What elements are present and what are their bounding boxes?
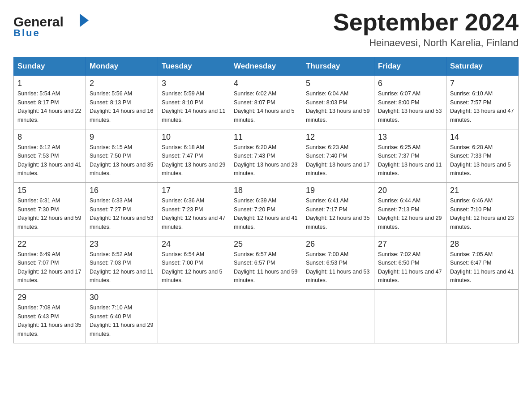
day-number: 29 — [17, 293, 82, 302]
calendar-cell: 19 Sunrise: 6:41 AMSunset: 7:17 PMDaylig… — [302, 183, 374, 236]
day-info: Sunrise: 6:25 AMSunset: 7:37 PMDaylight:… — [378, 143, 442, 178]
day-number: 13 — [378, 133, 442, 142]
calendar-cell: 30 Sunrise: 7:10 AMSunset: 6:40 PMDaylig… — [86, 290, 158, 343]
calendar-cell: 14 Sunrise: 6:28 AMSunset: 7:33 PMDaylig… — [446, 129, 519, 183]
day-number: 3 — [162, 79, 226, 88]
title-area: September 2024 Heinaevesi, North Karelia… — [333, 9, 519, 49]
calendar-cell: 24 Sunrise: 6:54 AMSunset: 7:00 PMDaylig… — [158, 236, 230, 290]
day-info: Sunrise: 6:12 AMSunset: 7:53 PMDaylight:… — [17, 143, 82, 178]
day-number: 30 — [90, 293, 154, 302]
day-info: Sunrise: 6:46 AMSunset: 7:10 PMDaylight:… — [450, 197, 515, 231]
day-info: Sunrise: 6:52 AMSunset: 7:03 PMDaylight:… — [90, 250, 154, 285]
calendar-cell — [374, 290, 446, 343]
day-info: Sunrise: 7:08 AMSunset: 6:43 PMDaylight:… — [17, 304, 82, 338]
calendar-cell: 25 Sunrise: 6:57 AMSunset: 6:57 PMDaylig… — [230, 236, 302, 290]
calendar-cell: 21 Sunrise: 6:46 AMSunset: 7:10 PMDaylig… — [446, 183, 519, 236]
day-number: 9 — [90, 133, 154, 142]
day-info: Sunrise: 6:31 AMSunset: 7:30 PMDaylight:… — [17, 197, 82, 231]
day-info: Sunrise: 6:57 AMSunset: 6:57 PMDaylight:… — [234, 250, 298, 285]
calendar-cell — [446, 290, 519, 343]
day-info: Sunrise: 5:54 AMSunset: 8:17 PMDaylight:… — [17, 90, 82, 124]
week-row-4: 22 Sunrise: 6:49 AMSunset: 7:07 PMDaylig… — [14, 236, 519, 290]
svg-text:Blue: Blue — [13, 27, 40, 39]
day-number: 20 — [378, 186, 442, 195]
col-header-tuesday: Tuesday — [158, 57, 230, 76]
calendar-cell: 10 Sunrise: 6:18 AMSunset: 7:47 PMDaylig… — [158, 129, 230, 183]
day-number: 11 — [234, 133, 298, 142]
calendar-cell: 16 Sunrise: 6:33 AMSunset: 7:27 PMDaylig… — [86, 183, 158, 236]
day-number: 24 — [162, 240, 226, 249]
col-header-friday: Friday — [374, 57, 446, 76]
day-info: Sunrise: 5:59 AMSunset: 8:10 PMDaylight:… — [162, 90, 226, 124]
calendar-cell: 12 Sunrise: 6:23 AMSunset: 7:40 PMDaylig… — [302, 129, 374, 183]
calendar-cell: 15 Sunrise: 6:31 AMSunset: 7:30 PMDaylig… — [14, 183, 86, 236]
week-row-5: 29 Sunrise: 7:08 AMSunset: 6:43 PMDaylig… — [14, 290, 519, 343]
day-number: 28 — [450, 240, 515, 249]
calendar-cell — [230, 290, 302, 343]
day-info: Sunrise: 7:02 AMSunset: 6:50 PMDaylight:… — [378, 250, 442, 285]
calendar-table: SundayMondayTuesdayWednesdayThursdayFrid… — [13, 57, 519, 343]
svg-marker-1 — [80, 14, 89, 27]
day-info: Sunrise: 6:28 AMSunset: 7:33 PMDaylight:… — [450, 143, 515, 178]
day-number: 4 — [234, 79, 298, 88]
day-info: Sunrise: 6:04 AMSunset: 8:03 PMDaylight:… — [306, 90, 370, 124]
day-info: Sunrise: 6:33 AMSunset: 7:27 PMDaylight:… — [90, 197, 154, 231]
day-number: 18 — [234, 186, 298, 195]
day-info: Sunrise: 6:20 AMSunset: 7:43 PMDaylight:… — [234, 143, 298, 178]
logo: General Blue — [13, 9, 94, 40]
day-info: Sunrise: 6:41 AMSunset: 7:17 PMDaylight:… — [306, 197, 370, 231]
day-info: Sunrise: 6:07 AMSunset: 8:00 PMDaylight:… — [378, 90, 442, 124]
day-info: Sunrise: 5:56 AMSunset: 8:13 PMDaylight:… — [90, 90, 154, 124]
month-title: September 2024 — [333, 9, 519, 35]
day-info: Sunrise: 6:49 AMSunset: 7:07 PMDaylight:… — [17, 250, 82, 285]
calendar-cell: 3 Sunrise: 5:59 AMSunset: 8:10 PMDayligh… — [158, 76, 230, 129]
calendar-cell: 18 Sunrise: 6:39 AMSunset: 7:20 PMDaylig… — [230, 183, 302, 236]
day-number: 19 — [306, 186, 370, 195]
calendar-cell: 11 Sunrise: 6:20 AMSunset: 7:43 PMDaylig… — [230, 129, 302, 183]
calendar-cell: 27 Sunrise: 7:02 AMSunset: 6:50 PMDaylig… — [374, 236, 446, 290]
day-number: 25 — [234, 240, 298, 249]
day-number: 5 — [306, 79, 370, 88]
day-info: Sunrise: 6:54 AMSunset: 7:00 PMDaylight:… — [162, 250, 226, 285]
calendar-cell: 23 Sunrise: 6:52 AMSunset: 7:03 PMDaylig… — [86, 236, 158, 290]
day-info: Sunrise: 6:39 AMSunset: 7:20 PMDaylight:… — [234, 197, 298, 231]
col-header-thursday: Thursday — [302, 57, 374, 76]
calendar-cell: 13 Sunrise: 6:25 AMSunset: 7:37 PMDaylig… — [374, 129, 446, 183]
calendar-cell: 26 Sunrise: 7:00 AMSunset: 6:53 PMDaylig… — [302, 236, 374, 290]
logo-svg: General Blue — [13, 9, 94, 40]
col-header-sunday: Sunday — [14, 57, 86, 76]
day-number: 12 — [306, 133, 370, 142]
week-row-3: 15 Sunrise: 6:31 AMSunset: 7:30 PMDaylig… — [14, 183, 519, 236]
calendar-cell: 8 Sunrise: 6:12 AMSunset: 7:53 PMDayligh… — [14, 129, 86, 183]
day-number: 17 — [162, 186, 226, 195]
calendar-cell: 6 Sunrise: 6:07 AMSunset: 8:00 PMDayligh… — [374, 76, 446, 129]
day-number: 8 — [17, 133, 82, 142]
calendar-cell — [158, 290, 230, 343]
calendar-cell: 20 Sunrise: 6:44 AMSunset: 7:13 PMDaylig… — [374, 183, 446, 236]
day-number: 27 — [378, 240, 442, 249]
col-header-monday: Monday — [86, 57, 158, 76]
day-number: 23 — [90, 240, 154, 249]
day-info: Sunrise: 6:10 AMSunset: 7:57 PMDaylight:… — [450, 90, 515, 124]
calendar-cell: 22 Sunrise: 6:49 AMSunset: 7:07 PMDaylig… — [14, 236, 86, 290]
day-number: 7 — [450, 79, 515, 88]
day-number: 21 — [450, 186, 515, 195]
col-header-saturday: Saturday — [446, 57, 519, 76]
day-info: Sunrise: 6:18 AMSunset: 7:47 PMDaylight:… — [162, 143, 226, 178]
calendar-cell: 29 Sunrise: 7:08 AMSunset: 6:43 PMDaylig… — [14, 290, 86, 343]
day-info: Sunrise: 7:10 AMSunset: 6:40 PMDaylight:… — [90, 304, 154, 338]
week-row-2: 8 Sunrise: 6:12 AMSunset: 7:53 PMDayligh… — [14, 129, 519, 183]
week-row-1: 1 Sunrise: 5:54 AMSunset: 8:17 PMDayligh… — [14, 76, 519, 129]
day-number: 22 — [17, 240, 82, 249]
day-number: 10 — [162, 133, 226, 142]
header-row: SundayMondayTuesdayWednesdayThursdayFrid… — [14, 57, 519, 76]
calendar-cell: 1 Sunrise: 5:54 AMSunset: 8:17 PMDayligh… — [14, 76, 86, 129]
day-number: 1 — [17, 79, 82, 88]
day-number: 6 — [378, 79, 442, 88]
day-info: Sunrise: 6:15 AMSunset: 7:50 PMDaylight:… — [90, 143, 154, 178]
day-number: 26 — [306, 240, 370, 249]
day-info: Sunrise: 6:44 AMSunset: 7:13 PMDaylight:… — [378, 197, 442, 231]
calendar-cell — [302, 290, 374, 343]
calendar-cell: 5 Sunrise: 6:04 AMSunset: 8:03 PMDayligh… — [302, 76, 374, 129]
day-number: 2 — [90, 79, 154, 88]
